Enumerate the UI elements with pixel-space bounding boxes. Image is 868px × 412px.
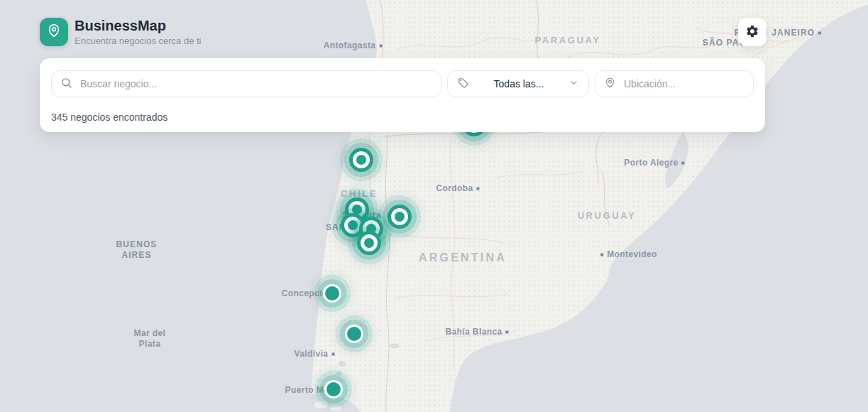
city-dot [331,352,334,355]
map-marker[interactable] [345,325,363,343]
location-field[interactable] [595,70,754,97]
city-dot [379,44,382,47]
marker-ring [353,151,370,168]
chevron-down-icon [568,77,579,91]
map-pin-icon [46,23,62,41]
map-marker[interactable] [357,231,381,255]
city-dot [600,253,603,256]
app-header: BusinessMap Encuentra negocios cerca de … [40,18,202,46]
map-label-uruguay: URUGUAY [578,210,637,222]
app-logo [40,18,68,46]
map-label-antofagasta: Antofagasta [324,40,383,51]
city-dot [477,187,480,190]
map-label-paraguay: PARAGUAY [534,35,600,46]
map-marker[interactable] [324,380,343,399]
city-dot [818,31,821,34]
business-map-app: PARAGUAY CHILE URUGUAY ARGENTINA Antofag… [0,0,868,412]
city-dot [682,161,685,164]
search-input[interactable] [79,77,432,90]
category-filter-value: Todas las... [494,78,544,90]
location-pin-icon [604,77,616,92]
map-label-cordoba: Cordoba [436,183,479,194]
map-label-buenos-aires: BUENOS AIRES [116,239,868,261]
results-count: 345 negocios encontrados [51,112,754,123]
map-label-porto-alegre: Porto Alegre [624,158,684,168]
tag-icon [457,77,469,92]
settings-button[interactable] [738,18,767,46]
marker-ring [391,208,408,225]
category-filter-dropdown[interactable]: Todas las... [447,70,589,97]
map-marker[interactable] [323,284,341,303]
gear-icon [745,24,759,40]
search-field[interactable] [51,70,441,97]
location-input[interactable] [622,77,745,90]
marker-ring [361,234,378,251]
map-label-valdivia: Valdivia [295,349,335,359]
map-label-bahia-blanca: Bahía Blanca [445,327,508,337]
page-subtitle: Encuentra negocios cerca de ti [75,36,202,46]
page-title: BusinessMap [75,18,202,34]
search-icon [60,77,72,92]
search-toolbar-card: Todas las... 345 negocios encontrados [40,58,765,132]
map-marker[interactable] [388,205,412,229]
city-dot [506,330,509,333]
map-label-montevideo: Montevideo [600,249,657,260]
map-marker[interactable] [349,148,373,172]
